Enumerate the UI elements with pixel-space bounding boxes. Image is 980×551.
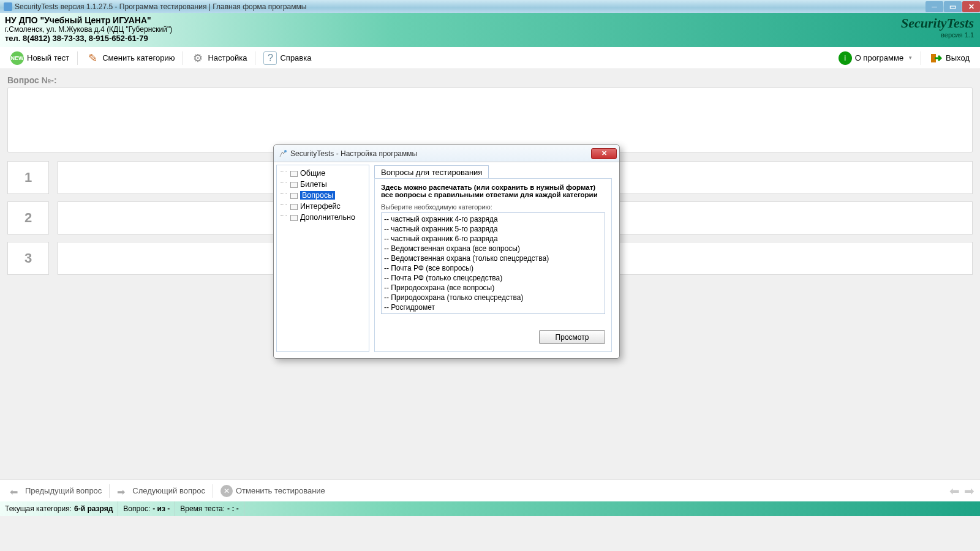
dialog-titlebar[interactable]: SecurityTests - Настройка программы ✕	[274, 145, 619, 162]
about-label: О программе	[855, 53, 904, 62]
category-item[interactable]: -- Росгидромет	[384, 302, 602, 312]
window-title: SecurityTests версия 1.1.27.5 - Программ…	[15, 2, 925, 11]
org-name: НУ ДПО "Учебный Центр ИГУАНА"	[5, 15, 172, 25]
category-item[interactable]: -- Природоохрана (все вопросы)	[384, 283, 602, 293]
new-test-button[interactable]: NEW Новый тест	[4, 50, 76, 67]
bottom-navbar: ⬅ Предыдущий вопрос ➡ Следующий вопрос ✕…	[0, 479, 980, 501]
answer-number: 2	[7, 201, 49, 234]
change-category-button[interactable]: ✎ Сменить категорию	[79, 50, 181, 67]
separator	[255, 51, 255, 65]
settings-button[interactable]: ⚙ Настройка	[184, 50, 254, 67]
page-icon	[290, 215, 298, 221]
dialog-icon	[279, 149, 287, 158]
prev-question-label: Предыдущий вопрос	[25, 486, 102, 495]
help-label: Справка	[280, 53, 311, 62]
tree-item-label: Интерфейс	[300, 202, 341, 211]
dialog-close-button[interactable]: ✕	[591, 148, 617, 159]
status-cat-label: Текущая категория:	[5, 504, 72, 513]
header-band: НУ ДПО "Учебный Центр ИГУАНА" г.Смоленск…	[0, 13, 980, 47]
info-icon: i	[839, 51, 852, 65]
app-icon	[4, 2, 12, 11]
page-next-button[interactable]: ➡	[962, 485, 976, 497]
settings-label: Настройка	[208, 53, 247, 62]
page-icon	[290, 182, 298, 188]
category-item[interactable]: -- Почта РФ (все вопросы)	[384, 263, 602, 273]
window-titlebar: SecurityTests версия 1.1.27.5 - Программ…	[0, 0, 980, 13]
tree-item-дополнительно[interactable]: Дополнительно	[278, 212, 368, 223]
pane-description: Здесь можно распечатать (или сохранить в…	[381, 184, 605, 198]
org-info: НУ ДПО "Учебный Центр ИГУАНА" г.Смоленск…	[5, 15, 172, 47]
answer-number: 3	[7, 242, 49, 275]
status-q-label: Вопрос:	[123, 504, 150, 513]
tree-item-label: Вопросы	[300, 191, 335, 200]
settings-right-pane: Вопросы для тестирования Здесь можно рас…	[369, 165, 617, 352]
gear-icon: ⚙	[191, 51, 205, 65]
page-icon	[290, 204, 298, 210]
category-item[interactable]: -- частный охранник 5-го разряда	[384, 224, 602, 234]
category-item[interactable]: -- Центробанк, Сбербанк, Инкассация, Спе…	[384, 312, 602, 314]
status-cat-value: 6-й разряд	[74, 504, 113, 513]
status-time: Время теста: - : -	[175, 501, 244, 516]
answer-number: 1	[7, 161, 49, 194]
dialog-title: SecurityTests - Настройка программы	[290, 149, 591, 158]
question-box	[7, 88, 973, 152]
category-item[interactable]: -- Природоохрана (только спецсредства)	[384, 293, 602, 302]
main-toolbar: NEW Новый тест ✎ Сменить категорию ⚙ Нас…	[0, 47, 980, 69]
tree-item-вопросы[interactable]: Вопросы	[278, 190, 368, 201]
arrow-left-icon: ⬅	[10, 486, 22, 496]
window-maximize-button[interactable]: ▭	[944, 1, 962, 12]
change-category-label: Сменить категорию	[102, 53, 175, 62]
view-button[interactable]: Просмотр	[539, 330, 605, 344]
page-icon	[290, 193, 298, 199]
window-close-button[interactable]: ✕	[962, 1, 980, 12]
separator	[109, 484, 110, 498]
prev-question-button[interactable]: ⬅ Предыдущий вопрос	[4, 485, 108, 497]
page-icon	[290, 171, 298, 177]
status-category: Текущая категория: 6-й разряд	[0, 501, 118, 516]
arrow-right-icon: ➡	[117, 486, 129, 496]
tree-item-label: Билеты	[300, 180, 327, 189]
tree-item-label: Дополнительно	[300, 213, 355, 222]
help-button[interactable]: ? Справка	[257, 50, 318, 67]
status-question: Вопрос: - из -	[118, 501, 175, 516]
exit-icon	[929, 51, 943, 65]
page-prev-button[interactable]: ⬅	[947, 485, 962, 497]
cancel-test-button[interactable]: ✕ Отменить тестирование	[214, 484, 331, 498]
svg-point-1	[284, 150, 287, 152]
category-listbox[interactable]: -- частный охранник 4-го разряда-- частн…	[381, 212, 605, 314]
category-item[interactable]: -- частный охранник 4-го разряда	[384, 214, 602, 224]
separator	[921, 51, 921, 65]
exit-button[interactable]: Выход	[922, 50, 976, 67]
status-time-value: - : -	[227, 504, 239, 513]
tab-questions[interactable]: Вопросы для тестирования	[374, 165, 489, 179]
new-icon: NEW	[10, 51, 24, 65]
help-icon: ?	[263, 51, 277, 65]
org-address: г.Смоленск, ул. М.Жукова д.4 (КДЦ "Губер…	[5, 25, 172, 34]
new-test-label: Новый тест	[27, 53, 69, 62]
tree-item-интерфейс[interactable]: Интерфейс	[278, 201, 368, 212]
status-q-value: - из -	[153, 504, 170, 513]
separator	[77, 51, 78, 65]
cancel-test-label: Отменить тестирование	[236, 486, 325, 495]
settings-dialog: SecurityTests - Настройка программы ✕ Об…	[273, 144, 620, 359]
category-item[interactable]: -- Ведомственная охрана (все вопросы)	[384, 244, 602, 253]
category-item[interactable]: -- Ведомственная охрана (только спецсред…	[384, 253, 602, 263]
question-label: Вопрос №-:	[7, 75, 973, 85]
settings-tree: ОбщиеБилетыВопросыИнтерфейсДополнительно	[276, 165, 369, 352]
window-minimize-button[interactable]: ─	[925, 1, 943, 12]
next-question-label: Следующий вопрос	[132, 486, 205, 495]
about-button[interactable]: i О программе ▼	[832, 50, 919, 67]
brand-version: версия 1.1	[901, 31, 974, 39]
org-phone: тел. 8(4812) 38-73-33, 8-915-652-61-79	[5, 34, 172, 43]
chevron-down-icon: ▼	[908, 55, 913, 61]
pencil-icon: ✎	[86, 51, 99, 65]
tree-item-общие[interactable]: Общие	[278, 168, 368, 179]
category-item[interactable]: -- частный охранник 6-го разряда	[384, 234, 602, 244]
next-question-button[interactable]: ➡ Следующий вопрос	[111, 485, 211, 497]
status-time-label: Время теста:	[180, 504, 225, 513]
tree-item-билеты[interactable]: Билеты	[278, 179, 368, 190]
separator	[183, 51, 183, 65]
tree-item-label: Общие	[300, 169, 325, 178]
close-icon: ✕	[221, 485, 233, 497]
category-item[interactable]: -- Почта РФ (только спецсредства)	[384, 273, 602, 283]
